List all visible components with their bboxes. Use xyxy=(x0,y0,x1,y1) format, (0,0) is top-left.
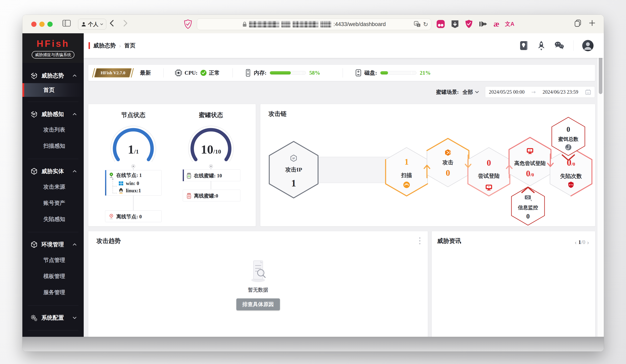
close-window-button[interactable] xyxy=(31,22,37,27)
offline-node-label: 离线节点: 0 xyxy=(116,213,142,220)
scan-label: 扫描 xyxy=(401,172,412,178)
attack-ip-label: 攻击IP xyxy=(285,166,302,173)
sidebar-menu: 威胁态势 首页 xyxy=(22,63,84,330)
online-node-box: 在线节点: 1 win: 0 xyxy=(105,170,161,196)
back-icon xyxy=(110,20,113,26)
divider xyxy=(343,68,343,78)
sidebar-item-attack-source[interactable]: 攻击来源 xyxy=(22,179,84,195)
chevron-down-icon[interactable] xyxy=(475,91,479,93)
honeypot-gauge-total: /10 xyxy=(213,148,221,155)
sidebar-section-env[interactable]: 环境管理 xyxy=(22,237,84,252)
panel-menu-button[interactable] xyxy=(419,237,421,244)
sidebar-item-scan-sense[interactable]: 扫描感知 xyxy=(22,138,84,154)
sidebar-item-compromise-sense[interactable]: 失陷感知 xyxy=(22,211,84,227)
redacted-host-block xyxy=(293,21,318,27)
svg-text:IP: IP xyxy=(292,157,295,160)
chevron-up-icon xyxy=(72,74,77,77)
rocket-icon[interactable] xyxy=(536,40,546,51)
sidebar-item-account-asset[interactable]: 账号资产 xyxy=(22,195,84,211)
sidebar-item-template-mgmt[interactable]: 模板管理 xyxy=(22,268,84,284)
no-data-text: 暂无数据 xyxy=(88,286,428,293)
screenshot-stage: 个人 xyxy=(0,0,626,364)
extension-row: æ 文A xyxy=(436,19,514,29)
date-range-picker[interactable]: 2024/05/25 00:00 → 2024/06/23 23:59 xyxy=(485,86,595,98)
translate-extension-icon[interactable]: 文A xyxy=(505,20,514,28)
sidebar-toggle-icon xyxy=(62,19,71,27)
divider xyxy=(233,68,233,78)
investigate-reason-button[interactable]: 排查具体原因 xyxy=(236,298,280,310)
filter-row: 蜜罐场景: 全部 2024/05/25 00:00 → 2024/06/23 2… xyxy=(436,86,595,98)
linux-icon xyxy=(118,188,123,194)
node-gauge-total: /1 xyxy=(134,148,139,155)
date-end[interactable]: 2024/06/23 23:59 xyxy=(543,89,578,95)
breadcrumb-root[interactable]: 威胁态势 xyxy=(93,42,116,49)
copy-tabs-icon xyxy=(574,19,582,27)
attack-ip-value: 1 xyxy=(291,178,296,188)
radar-pulse-icon xyxy=(31,111,38,118)
privacy-shield-button[interactable] xyxy=(184,19,192,29)
avatar[interactable] xyxy=(582,40,594,51)
sidebar-section-label: 威胁感知 xyxy=(41,110,64,118)
sidebar-item-home[interactable]: 首页 xyxy=(22,83,84,97)
page-scrollbar[interactable] xyxy=(597,33,604,337)
chevron-down-icon xyxy=(100,23,103,25)
forward-button[interactable] xyxy=(123,19,128,27)
sidebar-section-perception[interactable]: 威胁感知 xyxy=(22,107,84,122)
back-button[interactable] xyxy=(109,19,114,27)
docs-guide-icon[interactable] xyxy=(519,40,529,51)
minimize-window-button[interactable] xyxy=(39,22,44,27)
online-honeypot-label: 在线蜜罐: 10 xyxy=(194,172,222,179)
threat-news-title: 威胁资讯 xyxy=(437,237,461,245)
sidebar-item-attack-list[interactable]: 攻击列表 xyxy=(22,122,84,138)
disk-label: 磁盘: xyxy=(364,69,377,77)
new-tab-button[interactable] xyxy=(588,19,596,27)
redacted-host-block xyxy=(320,21,331,27)
window-bottom-band xyxy=(22,337,604,352)
page-current: 1 xyxy=(578,239,581,245)
sidebar-item-label: 首页 xyxy=(22,86,55,94)
attack-trend-panel: 攻击趋势 暂无数据 xyxy=(88,231,428,337)
sidebar-item-service-mgmt[interactable]: 服务管理 xyxy=(22,284,84,300)
gears-icon xyxy=(31,314,38,322)
app-tagline: 威胁捕捉与诱骗系统 xyxy=(32,51,75,59)
svg-text:1/1: 1/1 xyxy=(128,142,139,156)
no-data-icon xyxy=(245,259,271,283)
tab-overview-button[interactable] xyxy=(574,19,582,27)
ae-extension-icon[interactable]: æ xyxy=(494,19,499,29)
reload-icon[interactable]: ↻ xyxy=(423,21,428,28)
url-text: :4433/web/dashboard xyxy=(333,21,386,27)
page-prev-button[interactable]: ‹ xyxy=(575,239,577,246)
profile-switcher[interactable]: 个人 xyxy=(78,19,106,30)
try-login-label: 尝试登陆 xyxy=(478,173,500,179)
scene-filter-value[interactable]: 全部 xyxy=(463,89,473,96)
sidebar-section-entity[interactable]: 威胁实体 xyxy=(22,164,84,179)
scrollbar-thumb[interactable] xyxy=(599,54,602,94)
honeypot-gauge-value: 10 xyxy=(201,142,213,156)
sidebar-item-node-mgmt[interactable]: 节点管理 xyxy=(22,252,84,268)
offline-honeypot-jar-icon xyxy=(187,193,191,199)
password-manager-extension-icon[interactable] xyxy=(436,20,445,29)
page-header: 威胁态势 › 首页 xyxy=(84,33,604,58)
playback-extension-icon[interactable] xyxy=(479,20,488,28)
empty-state: 暂无数据 排查具体原因 xyxy=(88,259,428,310)
download-extension-icon[interactable] xyxy=(451,20,459,29)
sidebar-section-system[interactable]: 系统配置 xyxy=(22,310,84,325)
offline-honeypot-box: 离线蜜罐:0 xyxy=(183,190,240,201)
sidebar-section-label: 威胁态势 xyxy=(41,72,64,80)
threat-news-panel: 威胁资讯 ‹ 1/0 › xyxy=(431,231,595,337)
wechat-icon[interactable] xyxy=(554,40,565,51)
profile-label: 个人 xyxy=(88,21,98,28)
page-next-button[interactable]: › xyxy=(587,239,589,246)
shield-check-icon xyxy=(184,19,192,29)
translate-page-icon[interactable]: A 文 xyxy=(414,21,421,27)
sidebar-toggle-button[interactable] xyxy=(62,19,71,27)
page-total: /0 xyxy=(581,239,585,245)
plus-icon xyxy=(588,19,596,27)
zoom-window-button[interactable] xyxy=(47,22,53,27)
date-start[interactable]: 2024/05/25 00:00 xyxy=(489,89,525,95)
security-shield-extension-icon[interactable] xyxy=(465,19,473,29)
sidebar-section-label: 威胁实体 xyxy=(41,167,64,175)
sidebar-section-situation[interactable]: 威胁态势 xyxy=(22,68,84,83)
attack-hexagon: 攻击 0 xyxy=(427,138,469,187)
url-bar[interactable]: :4433/web/dashboard A 文 ↻ xyxy=(197,18,431,30)
